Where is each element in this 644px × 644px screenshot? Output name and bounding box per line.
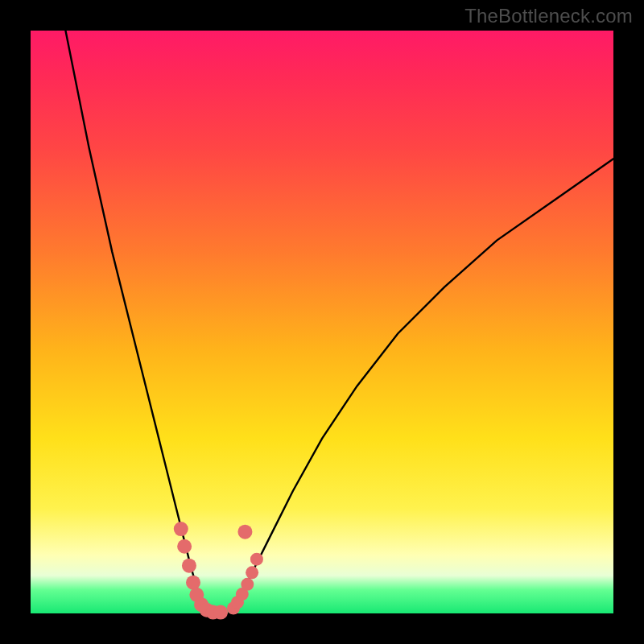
curve-svg <box>31 31 613 613</box>
valley-marker-left <box>213 605 228 620</box>
valley-marker-left <box>174 522 188 536</box>
valley-marker-right <box>246 566 258 579</box>
valley-marker-single <box>237 525 252 539</box>
valley-marker-left <box>182 559 196 573</box>
valley-marker-left <box>186 576 200 590</box>
valley-marker-right <box>241 578 254 591</box>
valley-marker-left <box>177 539 192 554</box>
watermark-text: TheBottleneck.com <box>464 5 633 27</box>
curve-right-branch <box>229 159 613 613</box>
valley-marker-right <box>250 553 263 566</box>
chart-frame: TheBottleneck.com <box>0 0 644 644</box>
plot-area <box>31 31 613 613</box>
